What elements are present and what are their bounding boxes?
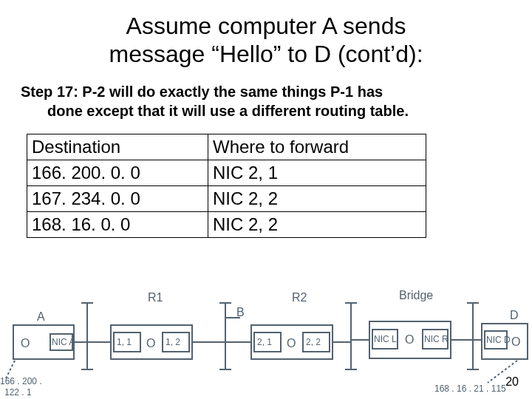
- label-b: B: [236, 306, 245, 318]
- slide: Assume computer A sends message “Hello” …: [0, 0, 532, 399]
- step-text: Step 17: P-2 will do exactly the same th…: [0, 69, 532, 120]
- page-number: 20: [505, 375, 519, 389]
- table-row: Destination Where to forward: [27, 134, 426, 160]
- step-cont: done except that it will use a different…: [21, 101, 511, 120]
- label-oA: O: [21, 337, 30, 349]
- title-line-2: message “Hello” to D (cont’d):: [109, 41, 423, 67]
- cell-dest: 167. 234. 0. 0: [27, 185, 208, 211]
- label-oR2R: O: [287, 337, 296, 349]
- label-a: A: [37, 310, 45, 323]
- cell-dest: 168. 16. 0. 0: [27, 211, 208, 237]
- label-oBL: O: [405, 333, 414, 346]
- routing-table: Destination Where to forward 166. 200. 0…: [27, 134, 426, 238]
- label-r2-right: 2, 2: [306, 337, 321, 347]
- label-r1: R1: [148, 291, 163, 304]
- label-r2-left: 2, 1: [257, 337, 272, 347]
- ip-left-1: 166 . 200 .: [0, 376, 42, 386]
- label-nicA: NIC A: [52, 337, 75, 347]
- label-nicL: NIC L: [374, 334, 397, 344]
- label-d: D: [510, 309, 519, 321]
- ip-right: 168 . 16 . 21 . 115: [434, 383, 506, 394]
- label-r1-right: 1, 2: [166, 337, 180, 347]
- header-destination: Destination: [27, 134, 208, 160]
- cell-dest: 166. 200. 0. 0: [27, 160, 208, 185]
- label-oR1L: O: [146, 337, 155, 349]
- network-diagram: R1 R2 Bridge A O NIC A 1, 1 1, 2 O B: [0, 288, 532, 399]
- cell-fwd: NIC 2, 2: [208, 185, 426, 211]
- label-oD: O: [511, 335, 520, 348]
- step-lead: Step 17: P-2 will do exactly the same th…: [21, 83, 383, 100]
- title-line-1: Assume computer A sends: [126, 13, 406, 39]
- cell-fwd: NIC 2, 2: [208, 211, 426, 237]
- header-forward: Where to forward: [208, 134, 426, 160]
- page-title: Assume computer A sends message “Hello” …: [0, 0, 532, 69]
- label-nicR: NIC R: [424, 334, 449, 344]
- label-r1-left: 1, 1: [117, 337, 132, 347]
- table-row: 166. 200. 0. 0 NIC 2, 1: [27, 160, 426, 185]
- cell-fwd: NIC 2, 1: [208, 160, 426, 185]
- label-nicD: NIC D: [486, 335, 511, 345]
- diagram-svg: R1 R2 Bridge A O NIC A 1, 1 1, 2 O B: [0, 288, 532, 399]
- ip-left-2: 122 . 1: [4, 387, 32, 398]
- label-r2: R2: [292, 291, 307, 304]
- label-bridge: Bridge: [399, 289, 433, 301]
- table-row: 168. 16. 0. 0 NIC 2, 2: [27, 211, 426, 237]
- table-row: 167. 234. 0. 0 NIC 2, 2: [27, 185, 426, 211]
